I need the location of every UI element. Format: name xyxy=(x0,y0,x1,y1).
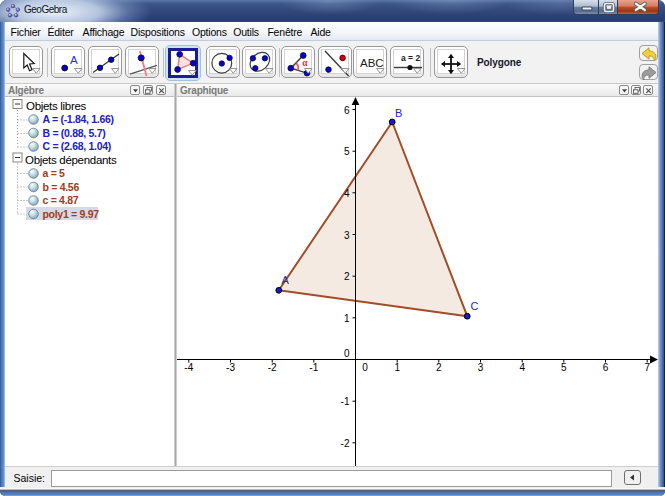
svg-text:ABC: ABC xyxy=(360,57,384,69)
svg-text:A: A xyxy=(70,54,78,66)
svg-text:3: 3 xyxy=(344,230,350,241)
svg-text:C: C xyxy=(471,300,479,312)
svg-text:4: 4 xyxy=(519,362,525,373)
svg-text:-2: -2 xyxy=(268,362,277,373)
svg-text:3: 3 xyxy=(478,362,484,373)
svg-text:7: 7 xyxy=(644,362,650,373)
svg-text:2: 2 xyxy=(436,362,442,373)
svg-text:-2: -2 xyxy=(341,438,350,449)
svg-text:5: 5 xyxy=(561,362,567,373)
svg-text:6: 6 xyxy=(603,362,609,373)
svg-text:1: 1 xyxy=(344,313,350,324)
svg-text:-1: -1 xyxy=(341,396,350,407)
svg-text:4: 4 xyxy=(344,188,350,199)
svg-text:2: 2 xyxy=(344,271,350,282)
svg-text:-3: -3 xyxy=(226,362,235,373)
svg-text:6: 6 xyxy=(344,105,350,116)
svg-text:0: 0 xyxy=(362,362,368,373)
svg-text:0: 0 xyxy=(344,348,350,359)
svg-text:-1: -1 xyxy=(309,362,318,373)
svg-text:-4: -4 xyxy=(184,362,193,373)
svg-text:a = 2: a = 2 xyxy=(401,53,420,63)
svg-text:1: 1 xyxy=(394,362,400,373)
svg-text:A: A xyxy=(282,274,290,286)
svg-text:5: 5 xyxy=(344,146,350,157)
svg-text:B: B xyxy=(395,107,402,119)
svg-text:α: α xyxy=(302,58,308,68)
